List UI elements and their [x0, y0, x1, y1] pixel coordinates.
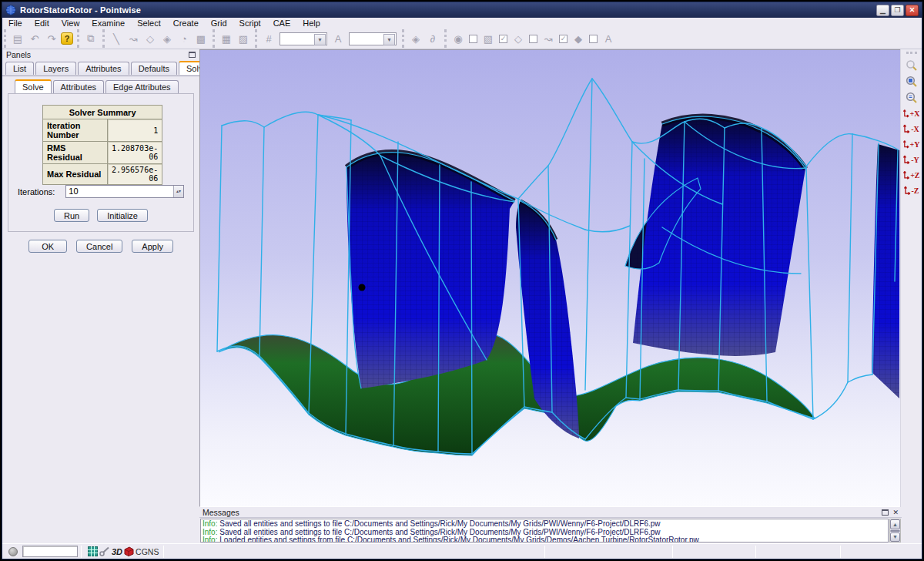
- menu-file[interactable]: File: [2, 18, 28, 28]
- show-database-checkbox[interactable]: [469, 35, 477, 43]
- view-plus-z-button[interactable]: +Z: [903, 167, 920, 183]
- show-labels-icon[interactable]: A: [601, 31, 616, 46]
- selected-point[interactable]: [359, 284, 366, 291]
- zoom-actual-icon[interactable]: [903, 89, 920, 106]
- view-minus-y-button[interactable]: -Y: [903, 152, 920, 167]
- panels-dock: Panels List Layers Attributes Defaults S…: [2, 49, 199, 543]
- table-row: RMS Residual 1.208703e-06: [43, 142, 162, 164]
- show-shaded-icon[interactable]: ◆: [571, 31, 586, 46]
- menu-cae[interactable]: CAE: [267, 18, 297, 28]
- ok-button[interactable]: OK: [28, 240, 67, 253]
- tab-divider: [2, 76, 199, 76]
- viewport-3d-scene: [200, 50, 901, 506]
- scroll-down-icon[interactable]: ▼: [890, 532, 900, 543]
- messages-log[interactable]: Info: Saved all entities and settings to…: [200, 519, 889, 543]
- scroll-up-icon[interactable]: ▲: [890, 519, 900, 529]
- messages-scrollbar[interactable]: ▲ ▼: [889, 519, 901, 543]
- create-curve-icon[interactable]: ↝: [126, 31, 141, 46]
- layers-icon[interactable]: ⧉: [83, 31, 99, 46]
- create-domain-icon[interactable]: ◇: [142, 31, 158, 46]
- messages-title: Messages: [203, 508, 239, 517]
- iterations-spinbox[interactable]: 10: [65, 185, 184, 198]
- row-value: 1: [108, 119, 162, 142]
- create-connector-icon[interactable]: ╲: [109, 31, 124, 46]
- row-value: 2.956576e-06: [108, 164, 162, 185]
- close-messages-icon[interactable]: ✕: [892, 509, 899, 516]
- toolbar-group: ⧉: [77, 29, 102, 48]
- menu-help[interactable]: Help: [296, 18, 326, 28]
- viewport-3d[interactable]: [199, 49, 902, 507]
- menu-grid[interactable]: Grid: [205, 18, 233, 28]
- zoom-extents-icon[interactable]: [903, 73, 920, 89]
- table-row: Max Residual 2.956576e-06: [43, 164, 162, 185]
- float-messages-icon[interactable]: [882, 509, 889, 516]
- cancel-button[interactable]: Cancel: [76, 240, 122, 253]
- redo-icon[interactable]: ↷: [44, 31, 59, 46]
- toolbar-grip[interactable]: [906, 52, 917, 54]
- show-domains-checkbox[interactable]: [529, 35, 537, 43]
- show-connectors-icon[interactable]: ↝: [541, 31, 556, 46]
- tolerance-icon: [99, 546, 110, 556]
- messages-panel: Messages ✕ Info: Saved all entities and …: [199, 507, 902, 543]
- grid-mode-icon: [88, 546, 98, 556]
- help-icon[interactable]: ?: [61, 32, 73, 45]
- float-panel-icon[interactable]: [189, 52, 196, 58]
- menu-view[interactable]: View: [55, 18, 86, 28]
- solve-icon[interactable]: ◈: [408, 31, 424, 46]
- show-shaded-checkbox[interactable]: [589, 35, 598, 43]
- row-label: Max Residual: [43, 164, 108, 185]
- tab-defaults[interactable]: Defaults: [131, 62, 177, 75]
- show-blocks-checkbox[interactable]: ✓: [499, 35, 507, 43]
- close-button[interactable]: ✕: [906, 5, 919, 16]
- subtab-solve[interactable]: Solve: [15, 79, 52, 93]
- show-domains-icon[interactable]: ◇: [511, 31, 526, 46]
- apply-button[interactable]: Apply: [132, 240, 173, 253]
- dimension-icon[interactable]: #: [261, 31, 276, 46]
- view-plus-y-button[interactable]: +Y: [903, 136, 920, 152]
- structured-grid-icon[interactable]: ▦: [219, 31, 234, 46]
- app-window: RotorStatorRotor - Pointwise ▁ ❐ ✕ File …: [2, 2, 922, 559]
- zoom-icon[interactable]: [903, 57, 920, 73]
- subtab-attributes[interactable]: Attributes: [53, 80, 104, 93]
- save-icon[interactable]: ▤: [10, 31, 25, 46]
- minimize-button[interactable]: ▁: [876, 5, 889, 16]
- tab-layers[interactable]: Layers: [35, 62, 76, 75]
- view-minus-x-button[interactable]: -X: [903, 121, 920, 136]
- show-database-icon[interactable]: ◉: [450, 31, 466, 46]
- restore-button[interactable]: ❐: [891, 5, 904, 16]
- create-database-icon[interactable]: ◔: [176, 31, 192, 46]
- row-label: Iteration Number: [43, 119, 108, 142]
- menu-edit[interactable]: Edit: [28, 18, 55, 28]
- panels-caption[interactable]: Panels: [2, 49, 199, 60]
- menu-select[interactable]: Select: [131, 18, 167, 28]
- iterations-label: Iterations:: [18, 187, 55, 197]
- initialize-button[interactable]: Initialize: [97, 209, 148, 222]
- undo-icon[interactable]: ↶: [27, 31, 42, 46]
- main-toolbar: ▤↶↷?⧉╲↝◇◈◔▩▦▨#A◈∂◉▧✓◇↝✓◆A: [2, 29, 922, 49]
- spacing-combo[interactable]: [349, 32, 397, 45]
- scroll-thumb[interactable]: [890, 530, 900, 532]
- solver-summary-title: Solver Summary: [43, 106, 162, 119]
- show-connectors-checkbox[interactable]: ✓: [559, 35, 567, 43]
- run-button[interactable]: Run: [54, 209, 89, 222]
- show-blocks-icon[interactable]: ▧: [480, 31, 496, 46]
- title-bar[interactable]: RotorStatorRotor - Pointwise ▁ ❐ ✕: [2, 2, 922, 18]
- progress-field: [22, 546, 78, 557]
- unstructured-grid-icon[interactable]: ▨: [236, 31, 251, 46]
- derivative-icon[interactable]: ∂: [425, 31, 440, 46]
- cae-solver-label: CGNS: [136, 547, 159, 556]
- view-plus-x-button[interactable]: +X: [903, 106, 920, 121]
- menu-create[interactable]: Create: [167, 18, 205, 28]
- toolbar-group: ▦▨: [213, 29, 255, 48]
- create-block-icon[interactable]: ▩: [193, 31, 209, 46]
- menu-script[interactable]: Script: [233, 18, 267, 28]
- dimension-combo[interactable]: [280, 32, 327, 45]
- tab-attributes[interactable]: Attributes: [78, 62, 129, 75]
- spacing-icon[interactable]: A: [330, 31, 346, 46]
- menu-examine[interactable]: Examine: [85, 18, 131, 28]
- view-minus-z-button[interactable]: -Z: [903, 183, 920, 198]
- create-unstructured-domain-icon[interactable]: ◈: [159, 31, 175, 46]
- solve-panel-body: Solver Summary Iteration Number 1 RMS Re…: [8, 93, 194, 232]
- tab-list[interactable]: List: [5, 62, 34, 75]
- subtab-edge-attributes[interactable]: Edge Attributes: [105, 80, 179, 93]
